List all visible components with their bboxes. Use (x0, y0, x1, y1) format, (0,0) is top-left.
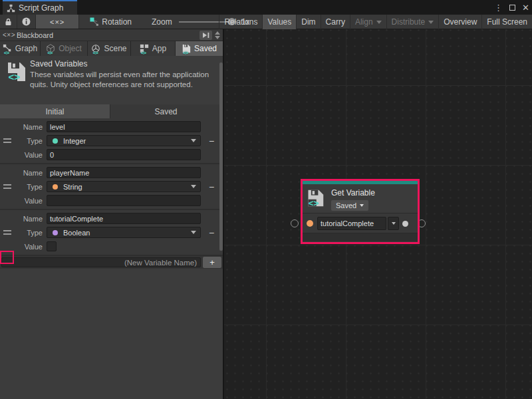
annotation-highlight-handle (0, 251, 14, 264)
svg-text:<>: <> (8, 71, 20, 82)
rotation-icon (90, 17, 98, 26)
relations-button[interactable]: Relations (219, 15, 263, 29)
panel-empty-area (0, 269, 223, 399)
string-input-port[interactable] (307, 220, 313, 227)
tab-script-graph[interactable]: Script Graph (3, 0, 77, 15)
variable-value-checkbox[interactable] (47, 241, 57, 251)
variable-row: Name Type Integer − Value (0, 118, 223, 163)
tab-saved[interactable]: <> Saved (176, 41, 223, 56)
variable-picker-dropdown[interactable] (388, 217, 399, 230)
blackboard-header: <×> Blackboard (0, 29, 223, 41)
panel-scroll-arrows[interactable] (213, 30, 221, 41)
tab-object[interactable]: <> Object (41, 41, 87, 56)
script-graph-window: Script Graph ⋮ ✕ (0, 0, 532, 399)
app-grid-icon: <> (140, 44, 150, 54)
add-variable-button[interactable]: + (203, 257, 221, 268)
variables-list: Name Type Integer − Value (0, 118, 223, 399)
node-title: Get Variable (331, 188, 375, 198)
floppy-icon: <> (5, 61, 27, 82)
dim-button[interactable]: Dim (297, 15, 321, 29)
carry-button[interactable]: Carry (321, 15, 350, 29)
variable-scope-dropdown[interactable]: Saved (331, 200, 368, 211)
drag-handle[interactable] (3, 184, 11, 189)
rotation-button[interactable]: Rotation (86, 15, 136, 29)
tab-initial[interactable]: Initial (0, 104, 110, 118)
values-button[interactable]: Values (263, 15, 297, 29)
type-integer-icon (53, 138, 58, 144)
distribute-dropdown[interactable]: Distribute (387, 15, 440, 29)
variable-type-dropdown[interactable]: Boolean (47, 227, 201, 238)
get-variable-node[interactable]: <> Get Variable Saved (301, 179, 420, 244)
variable-name-input[interactable] (47, 213, 201, 224)
dock-button[interactable] (200, 31, 212, 40)
variable-value-input[interactable] (47, 195, 201, 206)
variable-scope-tabs: <> Graph <> Object (0, 41, 223, 56)
info-button[interactable] (17, 15, 36, 29)
drag-handle[interactable] (3, 138, 11, 143)
window-menu-icon[interactable]: ⋮ (494, 3, 503, 12)
variables-toggle-button[interactable]: <×> (36, 15, 79, 29)
fullscreen-button[interactable]: Full Screen (482, 15, 532, 29)
info-icon (22, 17, 31, 26)
variable-type-dropdown[interactable]: Integer (47, 135, 201, 146)
graph-icon: <> (3, 44, 13, 54)
zoom-label: Zoom (152, 15, 172, 29)
chevron-down-icon (191, 231, 196, 234)
variable-name-input[interactable] (47, 167, 201, 178)
new-variable-row: + (0, 256, 223, 269)
chevron-down-icon (191, 185, 196, 188)
dock-icon (202, 32, 210, 39)
tab-scene[interactable]: <> Scene (88, 41, 130, 56)
script-graph-icon (7, 4, 15, 13)
panel-scrollbar-thumb[interactable] (219, 63, 223, 251)
variable-name-field[interactable] (317, 217, 386, 230)
chevron-down-icon (392, 222, 396, 225)
blackboard-title: Blackboard (17, 31, 53, 39)
variable-row: Name Type Boolean − Value (0, 210, 223, 255)
lock-icon (5, 18, 12, 26)
variable-row: Name Type String − Value (0, 164, 223, 209)
variables-icon: <×> (41, 18, 74, 26)
remove-variable-button[interactable]: − (209, 228, 214, 237)
remove-variable-button[interactable]: − (209, 136, 214, 146)
variable-type-dropdown[interactable]: String (47, 181, 201, 192)
cube-icon: <> (46, 44, 56, 54)
type-boolean-icon (53, 230, 58, 235)
type-string-icon (53, 184, 58, 190)
variable-value-input[interactable] (47, 149, 201, 160)
chevron-down-icon (376, 21, 382, 24)
saved-variables-info: <> Saved Variables These variables will … (0, 56, 223, 104)
variable-name-input[interactable] (47, 121, 201, 132)
tab-app[interactable]: <> App (131, 41, 175, 56)
chevron-down-icon (191, 139, 196, 142)
blackboard-panel: <×> Blackboard (0, 29, 223, 399)
initial-saved-tabs: Initial Saved (0, 104, 223, 118)
rotation-label: Rotation (102, 17, 132, 27)
floppy-icon: <> (182, 44, 192, 54)
svg-text:<>: <> (309, 198, 319, 207)
floppy-icon: <> (306, 189, 325, 207)
node-footer (303, 233, 418, 241)
remove-variable-button[interactable]: − (209, 182, 214, 192)
graph-toolbar: <×> Rotation Zoom 1x Relations (0, 15, 532, 29)
node-left-connection-port[interactable] (291, 219, 299, 227)
overview-button[interactable]: Overview (439, 15, 482, 29)
arrow-down-icon[interactable] (215, 36, 220, 39)
title-bar: Script Graph ⋮ ✕ (0, 0, 532, 15)
arrow-up-icon[interactable] (215, 31, 220, 35)
variables-icon: <×> (3, 31, 15, 39)
align-dropdown[interactable]: Align (350, 15, 387, 29)
tab-graph[interactable]: <> Graph (0, 41, 40, 56)
node-header[interactable]: <> Get Variable Saved (303, 184, 418, 213)
saved-variables-title: Saved Variables (30, 59, 88, 68)
maximize-icon[interactable] (509, 5, 515, 11)
new-variable-input[interactable] (1, 257, 201, 267)
lock-button[interactable] (0, 15, 17, 29)
scene-icon: <> (91, 44, 101, 54)
drag-handle[interactable] (3, 230, 11, 235)
window-tab-title: Script Graph (19, 3, 63, 13)
node-ports-row (303, 213, 418, 233)
value-output-port[interactable] (402, 221, 408, 227)
tab-saved-values[interactable]: Saved (110, 104, 221, 118)
close-icon[interactable]: ✕ (522, 3, 529, 12)
